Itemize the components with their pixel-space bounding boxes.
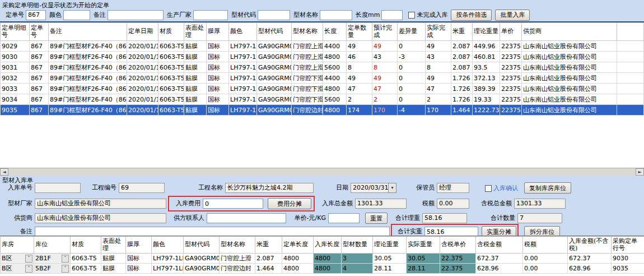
table-row[interactable]: 903186789#门框型材F26-F40（866+867）2020/01/13… — [1, 62, 644, 73]
column-header[interactable]: 含税单价 — [440, 237, 476, 254]
column-header[interactable]: 定单号 — [30, 23, 49, 41]
cell: 0.00 — [523, 264, 568, 274]
column-header[interactable]: 表面处理 — [101, 237, 126, 254]
filter-input[interactable] — [63, 10, 90, 20]
cell: 门帘腔边封 — [220, 264, 255, 274]
table-row[interactable]: 903386789#门框型材F26-F40（866+867）2020/01/13… — [1, 84, 644, 94]
checkbox-icon[interactable] — [485, 185, 492, 192]
chevron-down-icon[interactable]: ˅ — [62, 265, 69, 273]
fee-input[interactable] — [203, 199, 263, 209]
batch-inbound-button[interactable]: 批量入库 — [495, 10, 530, 21]
cell: 贴膜 — [184, 105, 207, 116]
cell: 贴膜 — [101, 264, 126, 274]
table-row[interactable]: 903086789#门框型材F26-F40（866+867）2020/01/13… — [1, 52, 644, 62]
total-theory-field[interactable]: 58.16 — [422, 213, 467, 223]
inbound-no-field[interactable] — [35, 183, 81, 193]
table-row[interactable]: B区˅2B1F˅6063-T5贴膜国标LH797-1LL0GA90GRM03门帘… — [1, 254, 644, 264]
total-with-tax-field[interactable]: 1301.33 — [514, 199, 566, 209]
horizontal-scrollbar[interactable]: ◄ ► — [0, 168, 644, 176]
factory-field[interactable]: 山东南山铝业股份有限公司 — [35, 199, 166, 209]
filter-by-condition-button[interactable]: 按条件筛选 — [451, 10, 492, 21]
column-header[interactable]: 差异量 — [398, 23, 426, 41]
column-header[interactable]: 表面处理 — [184, 23, 207, 41]
column-header[interactable]: 米重 — [255, 237, 282, 254]
cell: 4800 — [323, 52, 347, 62]
scroll-left-icon[interactable]: ◄ — [0, 168, 8, 176]
table-row[interactable]: 903486789#门框型材F26-F40（866+867）2020/01/13… — [1, 94, 644, 105]
scrollbar-track[interactable] — [8, 168, 636, 176]
keeper-label: 保管员 — [412, 183, 435, 193]
filter-input[interactable] — [381, 10, 403, 20]
tax-field[interactable]: 0.00 — [437, 199, 469, 209]
column-header[interactable]: 库房 — [1, 237, 34, 254]
column-header[interactable]: 材质 — [158, 23, 184, 41]
calendar-dropdown-icon[interactable]: ▾ — [388, 183, 396, 193]
column-header[interactable]: 膜厚 — [126, 237, 152, 254]
copy-warehouse-location-button[interactable]: 复制库房库位 — [524, 182, 571, 194]
filter-input[interactable] — [193, 10, 228, 20]
column-header[interactable]: 入库金额(不含税) — [568, 237, 612, 254]
inbound-confirm-checkbox[interactable]: 入库确认 — [485, 184, 518, 192]
supplier-field[interactable]: 山东南山铝业股份有限公司 — [35, 213, 166, 223]
reset-button[interactable]: 重置 — [365, 213, 388, 224]
cell: 460.81 — [473, 52, 500, 62]
filter-input[interactable] — [26, 10, 46, 20]
total-qty-field[interactable]: 7 — [517, 213, 562, 223]
column-header[interactable]: 供货商 — [522, 23, 617, 41]
table-row[interactable]: 903586789#门框型材F26-F40（866+867）2020/01/13… — [1, 105, 644, 116]
filter-input[interactable] — [108, 10, 164, 20]
column-header[interactable]: 入库长度 — [314, 237, 342, 254]
total-amount-field[interactable]: 1301.33 — [355, 199, 407, 209]
cell: 4400 — [323, 73, 347, 84]
scroll-right-icon[interactable]: ► — [636, 168, 644, 176]
unfinished-inbound-checkbox[interactable]: 未完成入库 — [408, 11, 447, 19]
column-header[interactable]: 长度 — [323, 23, 347, 41]
column-header[interactable]: 库位 — [34, 237, 71, 254]
column-header[interactable]: 单价 — [500, 23, 522, 41]
project-no-field[interactable]: 69 — [119, 183, 165, 193]
column-header[interactable]: 采购定单行号 — [612, 237, 644, 254]
column-header[interactable]: 型材名称 — [220, 237, 255, 254]
chevron-down-icon[interactable]: ˅ — [62, 255, 69, 263]
column-header[interactable]: 实际重量 — [407, 237, 440, 254]
column-header[interactable]: 定单日期 — [127, 23, 158, 41]
column-header[interactable]: 型材代码 — [184, 237, 220, 254]
chevron-down-icon[interactable]: ˅ — [25, 265, 32, 273]
column-header[interactable]: 型材代码 — [257, 23, 292, 41]
fee-share-button[interactable]: 费用分摊 — [268, 198, 311, 209]
column-header[interactable]: 材质 — [71, 237, 101, 254]
table-row[interactable]: 902986789#门框型材F26-F40（866+867）2020/01/13… — [1, 41, 644, 52]
column-header[interactable]: 米重 — [451, 23, 473, 41]
column-header[interactable]: 备注 — [49, 23, 127, 41]
column-header[interactable]: 理论重量 — [473, 23, 500, 41]
checkbox-icon[interactable] — [408, 12, 415, 19]
contact-input[interactable] — [207, 213, 286, 223]
column-header[interactable]: 定单明细号 — [1, 23, 30, 41]
cell: 2 — [426, 94, 451, 105]
column-header[interactable]: 颜色 — [152, 237, 184, 254]
column-header[interactable]: 理论重量 — [373, 237, 407, 254]
cell: GA90GRM05 — [184, 264, 220, 274]
filter-input[interactable] — [320, 10, 352, 20]
cell: 4800 — [323, 84, 347, 94]
column-header[interactable]: 膜厚 — [207, 23, 229, 41]
column-header[interactable]: 定单长度 — [282, 237, 314, 254]
cell: 国标 — [207, 84, 229, 94]
cell: 5B2F˅ — [34, 264, 71, 274]
chevron-down-icon[interactable]: ˅ — [25, 255, 32, 263]
filter-input[interactable] — [258, 10, 290, 20]
unit-price-input[interactable] — [328, 213, 360, 223]
column-header[interactable]: 预计完成 — [372, 23, 398, 41]
column-header[interactable]: 实际完成 — [426, 23, 451, 41]
column-header[interactable]: 颜色 — [229, 23, 257, 41]
cell: GA90GRM03 — [257, 62, 292, 73]
table-row[interactable]: 903286789#门框型材F26-F40（866+867）2020/01/13… — [1, 73, 644, 84]
column-header[interactable]: 定单数量 — [347, 23, 372, 41]
column-header[interactable]: 税额 — [523, 237, 568, 254]
table-row[interactable]: B区˅5B2F˅6063-T5贴膜国标LH797-1LL0GA90GRM05门帘… — [1, 264, 644, 274]
column-header[interactable]: 型材名称 — [292, 23, 323, 41]
column-header[interactable]: 型材数量 — [342, 237, 373, 254]
column-header[interactable]: 含税金额 — [476, 237, 523, 254]
project-name-field[interactable]: 长沙万科魅力之城4.2期 — [225, 183, 314, 193]
keeper-field[interactable]: 经理 — [437, 183, 469, 193]
